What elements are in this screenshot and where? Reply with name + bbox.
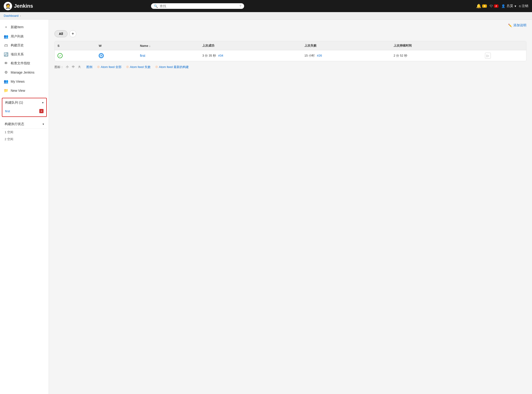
my-views-icon: 👥 <box>4 79 8 84</box>
icon-size-group: 图标： 小 中 大 <box>54 64 82 69</box>
run-job-button[interactable]: ▷ <box>485 53 491 59</box>
search-bar: 🔍 ? <box>151 3 244 9</box>
logout-button[interactable]: ⎋ 注销 <box>519 4 528 8</box>
atom-feed-fail-link[interactable]: ☉ Atom feed 失败 <box>126 65 151 69</box>
col-header-last-duration: 上次持续时间 <box>391 41 482 50</box>
tabs-row: All + <box>54 30 527 37</box>
sidebar-label-my-views: My Views <box>11 80 25 83</box>
build-queue-cancel-button[interactable]: ✕ <box>39 109 44 113</box>
last-success-time: 3 分 35 秒 <box>202 54 216 57</box>
job-name-link[interactable]: first <box>140 54 145 57</box>
sidebar-item-users[interactable]: 👥 用户列表 <box>0 32 49 41</box>
search-input[interactable] <box>160 4 238 8</box>
build-executor-header[interactable]: 构建执行状态 ▾ <box>2 120 47 129</box>
legend-label: 图例 <box>86 65 92 69</box>
size-medium-button[interactable]: 中 <box>71 64 76 69</box>
build-queue-chevron: ▾ <box>42 101 44 104</box>
svg-point-3 <box>101 57 102 58</box>
svg-point-4 <box>99 55 100 56</box>
col-header-name: Name ↓ <box>137 41 200 50</box>
user-icon: 👤 <box>501 4 505 8</box>
cell-last-success: 3 分 35 秒 #34 <box>200 50 302 61</box>
gear-icon: ⚙ <box>4 70 8 74</box>
svg-point-1 <box>101 55 102 56</box>
sidebar-item-my-views[interactable]: 👥 My Views <box>0 77 49 86</box>
build-executor-section: 构建执行状态 ▾ 1 空闲 2 空闲 <box>2 120 47 143</box>
chevron-down-icon: ▾ <box>515 4 516 8</box>
security-button[interactable]: 🛡 2 <box>490 4 498 8</box>
notification-button[interactable]: 🔔 3 <box>476 4 487 9</box>
add-description-row: ✏️ 添加说明 <box>54 23 527 27</box>
atom-latest-label: Atom feed 最新的构建 <box>159 65 189 69</box>
jenkins-logo[interactable]: 🤵 Jenkins <box>4 2 33 10</box>
breadcrumb: Dashboard › <box>0 12 532 20</box>
atom-fail-label: Atom feed 失败 <box>130 65 151 69</box>
sidebar: ＋ 新建Item 👥 用户列表 🗃 构建历史 🔄 项目关系 👁 检查文件指纹 ⚙… <box>0 20 49 394</box>
last-failure-build-link[interactable]: #26 <box>317 54 322 57</box>
status-success-icon: ✓ <box>57 53 63 58</box>
sidebar-label-project-relations: 项目关系 <box>11 52 24 57</box>
last-success-build-link[interactable]: #34 <box>218 54 223 57</box>
atom-feed-latest-link[interactable]: ☉ Atom feed 最新的构建 <box>155 65 189 69</box>
footer-row: 图标： 小 中 大 图例 ☉ Atom feed 全部 ☉ Atom feed … <box>54 64 527 69</box>
pencil-icon: ✏️ <box>508 24 512 27</box>
size-large-button[interactable]: 大 <box>77 64 82 69</box>
add-description-button[interactable]: ✏️ 添加说明 <box>508 23 527 27</box>
tab-all[interactable]: All <box>54 30 67 37</box>
sidebar-label-manage-jenkins: Manage Jenkins <box>11 71 35 74</box>
history-icon: 🗃 <box>4 43 8 47</box>
jobs-table: S W Name ↓ 上次成功 上次失败 上次持续时间 ✓ <box>54 41 527 61</box>
executor-item-2: 2 空闲 <box>2 136 47 143</box>
cell-weather <box>96 50 137 61</box>
build-queue-title: 构建队列 (1) <box>5 101 23 105</box>
header-right: 🔔 3 🛡 2 👤 吕昊 ▾ ⎋ 注销 <box>476 4 528 9</box>
add-description-label: 添加说明 <box>513 23 527 27</box>
table-row: ✓ <box>55 50 526 61</box>
user-name: 吕昊 <box>507 4 513 8</box>
breadcrumb-home[interactable]: Dashboard <box>4 14 19 17</box>
sidebar-item-new-item[interactable]: ＋ 新建Item <box>0 22 49 32</box>
sidebar-item-build-history[interactable]: 🗃 构建历史 <box>0 41 49 50</box>
cell-last-duration: 2 分 52 秒 <box>391 50 482 61</box>
col-header-actions <box>482 41 526 50</box>
build-executor-chevron: ▾ <box>43 123 44 126</box>
sidebar-item-manage-jenkins[interactable]: ⚙ Manage Jenkins <box>0 68 49 77</box>
cell-run-action: ▷ <box>482 50 526 61</box>
notification-badge: 3 <box>482 5 487 8</box>
sidebar-item-file-fingerprint[interactable]: 👁 检查文件指纹 <box>0 59 49 68</box>
search-help-icon[interactable]: ? <box>240 4 241 8</box>
atom-icon-latest: ☉ <box>155 65 158 69</box>
relations-icon: 🔄 <box>4 52 8 57</box>
jenkins-title: Jenkins <box>14 3 33 9</box>
atom-all-label: Atom feed 全部 <box>101 65 122 69</box>
executor-item-1: 1 空闲 <box>2 129 47 136</box>
build-queue-section: 构建队列 (1) ▾ first ✕ <box>2 98 47 117</box>
sidebar-item-new-view[interactable]: 📁 New View <box>0 86 49 95</box>
svg-point-2 <box>101 54 102 54</box>
sidebar-label-users: 用户列表 <box>11 35 24 39</box>
build-queue-header[interactable]: 构建队列 (1) ▾ <box>2 98 46 107</box>
logout-icon: ⎋ <box>519 4 521 8</box>
icon-label: 图标： <box>54 65 64 69</box>
sidebar-label-new-view: New View <box>11 89 25 93</box>
size-small-button[interactable]: 小 <box>65 64 70 69</box>
user-menu-button[interactable]: 👤 吕昊 ▾ <box>501 4 516 8</box>
plus-icon: ＋ <box>4 25 8 30</box>
atom-feed-all-link[interactable]: ☉ Atom feed 全部 <box>97 65 122 69</box>
col-header-w: W <box>96 41 137 50</box>
main-content: ✏️ 添加说明 All + S W Name ↓ 上次成功 <box>49 20 532 394</box>
security-badge: 2 <box>494 5 498 8</box>
cell-last-failure: 15 小时 #26 <box>302 50 391 61</box>
col-header-last-success: 上次成功 <box>200 41 302 50</box>
bell-icon: 🔔 <box>476 4 481 9</box>
main-layout: ＋ 新建Item 👥 用户列表 🗃 构建历史 🔄 项目关系 👁 检查文件指纹 ⚙… <box>0 20 532 394</box>
shield-icon: 🛡 <box>490 4 493 8</box>
sidebar-item-project-relations[interactable]: 🔄 项目关系 <box>0 50 49 59</box>
add-tab-button[interactable]: + <box>69 30 76 37</box>
fingerprint-icon: 👁 <box>4 61 8 65</box>
legend-link[interactable]: 图例 <box>86 65 92 69</box>
sidebar-label-new-item: 新建Item <box>11 25 24 29</box>
svg-point-5 <box>103 55 103 56</box>
build-queue-job-link[interactable]: first <box>5 109 10 113</box>
jenkins-avatar: 🤵 <box>4 2 12 10</box>
